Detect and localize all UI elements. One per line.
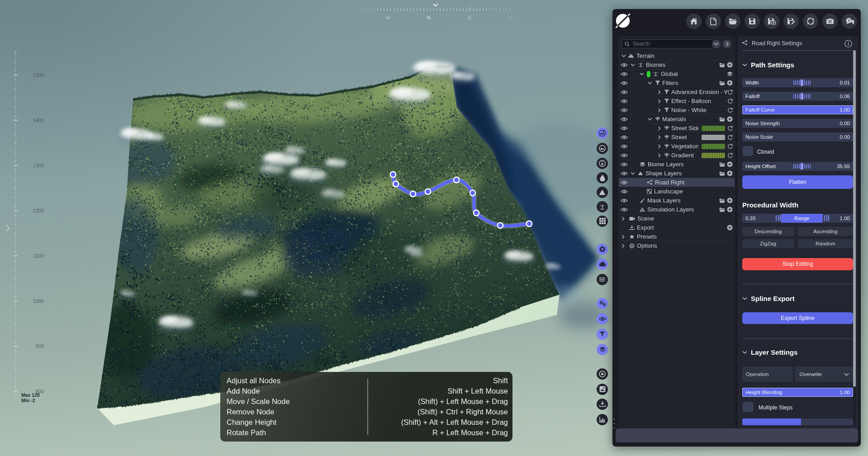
svg-text:W: W xyxy=(386,15,391,20)
svg-text:?: ? xyxy=(847,19,850,23)
svg-text:1500: 1500 xyxy=(33,72,44,78)
svg-text:1000: 1000 xyxy=(33,298,44,304)
svg-text:1400: 1400 xyxy=(33,118,44,123)
svg-text:N: N xyxy=(427,15,431,20)
svg-text:900: 900 xyxy=(36,343,44,349)
svg-text:S: S xyxy=(509,15,512,20)
svg-text:1300: 1300 xyxy=(33,163,44,168)
svg-text:E: E xyxy=(468,15,472,20)
svg-text:1100: 1100 xyxy=(33,253,44,259)
svg-text:Max 120: Max 120 xyxy=(21,392,40,398)
svg-text:Min -2: Min -2 xyxy=(21,398,35,403)
svg-text:1200: 1200 xyxy=(33,208,44,213)
